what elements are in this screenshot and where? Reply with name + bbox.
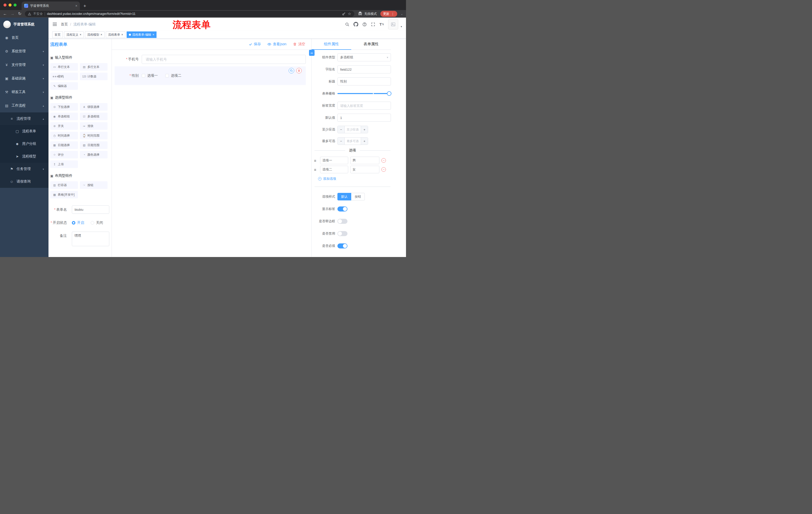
browser-menu-icon[interactable]: ⋮ (391, 12, 395, 16)
component-type-select[interactable]: 多选框组 ▾ (338, 53, 391, 61)
palette-item-counter[interactable]: 123 计数器 (80, 73, 108, 80)
sidebar-item-process-model[interactable]: ➤ 流程模型 (0, 150, 49, 163)
drag-handle-icon[interactable]: ≡ (314, 167, 318, 172)
tag-close-icon[interactable]: × (152, 33, 154, 36)
max-select-placeholder[interactable]: 最多可选 (345, 138, 361, 144)
drag-handle-icon[interactable]: ≡ (314, 158, 318, 163)
avatar[interactable] (388, 19, 398, 29)
sidebar-item-process-form[interactable]: ▢ 流程表单 (0, 125, 49, 138)
option-label-input[interactable] (320, 166, 348, 173)
window-minimize-button[interactable] (8, 3, 11, 6)
back-button[interactable]: ← (3, 12, 7, 16)
palette-item-upload[interactable]: ↥ 上传 (50, 160, 78, 168)
palette-item-select[interactable]: ⊙ 下拉选择 (50, 103, 78, 111)
palette-item-cascader[interactable]: ⋔ 级联选择 (80, 103, 108, 111)
border-switch[interactable] (338, 219, 347, 224)
tab-form-props[interactable]: 表单属性 (351, 39, 391, 50)
tag-close-icon[interactable]: × (100, 33, 102, 36)
sidebar-item-system-management[interactable]: ⚙ 系统管理 ▾ (0, 45, 49, 58)
sidebar-item-process-management[interactable]: ≡ 流程管理 ▴ (0, 112, 49, 125)
bookmark-star-icon[interactable]: ☆ (348, 11, 351, 16)
fullscreen-icon[interactable] (371, 22, 375, 27)
show-label-switch[interactable] (338, 207, 347, 212)
window-zoom-button[interactable] (13, 3, 17, 6)
toolbar-chevron-icon[interactable]: ⌄ (401, 12, 403, 16)
phone-field-widget[interactable]: *手机号 (115, 55, 306, 64)
field-name-input[interactable] (338, 65, 391, 74)
status-radio-on[interactable]: 开启 (72, 220, 84, 225)
palette-item-radio-group[interactable]: ◉ 单选框组 (50, 113, 78, 120)
sidebar-item-payment-management[interactable]: ¥ 支付管理 ▾ (0, 58, 49, 72)
form-name-input[interactable] (72, 206, 109, 214)
clear-button[interactable]: 清空 (293, 42, 305, 47)
address-bar[interactable]: 不安全 dashboard.yudao.iocoder.cn/bpm/manag… (25, 11, 354, 17)
palette-item-color-picker[interactable]: ◔ 颜色选择 (80, 151, 108, 158)
required-switch[interactable] (338, 243, 347, 248)
tag-home[interactable]: 首页 (52, 31, 63, 38)
default-value-input[interactable] (338, 114, 391, 122)
option-value-input[interactable] (350, 166, 379, 173)
search-icon[interactable] (345, 22, 349, 27)
browser-tab[interactable]: 芋道管理系统 × (22, 1, 80, 10)
breadcrumb-home[interactable]: 首页 (61, 22, 68, 27)
tag-close-icon[interactable]: × (80, 33, 81, 36)
palette-item-switch[interactable]: ⊚ 开关 (50, 122, 78, 130)
checkbox-icon[interactable] (142, 74, 145, 77)
delete-widget-button[interactable] (296, 68, 302, 74)
github-icon[interactable] (353, 22, 358, 27)
tag-process-form-edit[interactable]: 流程表单-编辑 × (127, 31, 156, 38)
phone-input[interactable] (142, 55, 306, 64)
gender-option-2[interactable]: 选项二 (165, 74, 181, 78)
status-radio-off[interactable]: 关闭 (91, 220, 103, 225)
label-width-input[interactable] (338, 102, 391, 110)
sidebar-item-workflow[interactable]: ▤ 工作流程 ▴ (0, 99, 49, 112)
font-size-icon[interactable]: T⇅ (379, 22, 384, 26)
tag-process-model[interactable]: 流程模型 × (85, 31, 105, 38)
palette-item-table-dev[interactable]: ▩ 表格[开发中] (50, 191, 78, 198)
option-label-input[interactable] (320, 157, 348, 164)
decrease-button[interactable]: − (338, 126, 345, 133)
title-input[interactable] (338, 77, 391, 85)
option-value-input[interactable] (350, 157, 379, 164)
palette-item-date-picker[interactable]: ▦ 日期选择 (50, 141, 78, 149)
window-close-button[interactable] (3, 3, 6, 6)
reload-button[interactable]: ↻ (18, 12, 21, 16)
palette-item-rich-editor[interactable]: ✎ 编辑器 (50, 82, 78, 90)
increase-button[interactable]: + (361, 138, 368, 144)
sidebar-item-user-group[interactable]: ☻ 用户分组 (0, 138, 49, 150)
palette-item-rate[interactable]: ☆ 评分 (50, 151, 78, 158)
browser-update-button[interactable]: 更新 ⋮ (380, 11, 397, 17)
selected-gender-widget[interactable]: *性别 选项一 选项二 (115, 66, 306, 85)
forward-button[interactable]: → (10, 12, 14, 16)
add-option-button[interactable]: + 添加选项 (318, 177, 391, 181)
palette-item-checkbox-group[interactable]: ☑ 多选框组 (80, 113, 108, 120)
form-grid-slider[interactable] (338, 89, 391, 98)
palette-item-time-range[interactable]: ⌚ 时间范围 (80, 132, 108, 139)
palette-item-multi-line-text[interactable]: ▤ 多行文本 (80, 63, 108, 71)
sidebar-item-dev-tools[interactable]: ⚒ 研发工具 ▾ (0, 85, 49, 99)
tab-component-props[interactable]: 组件属性 (312, 39, 351, 50)
sidebar-item-task-management[interactable]: ⚑ 任务管理 ▾ (0, 163, 49, 175)
save-button[interactable]: 保存 (249, 42, 261, 47)
tab-close-icon[interactable]: × (76, 4, 77, 8)
increase-button[interactable]: + (361, 126, 368, 133)
slider-handle[interactable] (387, 91, 392, 96)
palette-item-row-container[interactable]: ▥ 行容器 (50, 181, 78, 189)
palette-item-button[interactable]: ☞ 按钮 (80, 181, 108, 189)
copy-widget-button[interactable] (289, 68, 294, 74)
remove-option-button[interactable]: − (381, 158, 386, 163)
tag-close-icon[interactable]: × (121, 33, 123, 36)
sidebar-item-infrastructure[interactable]: ▣ 基础设施 ▾ (0, 72, 49, 85)
checkbox-icon[interactable] (165, 74, 169, 77)
min-select-placeholder[interactable]: 至少应选 (345, 126, 361, 133)
remove-option-button[interactable]: − (381, 167, 386, 172)
sidebar-collapse-icon[interactable] (53, 22, 57, 26)
new-tab-button[interactable]: + (83, 3, 86, 8)
panel-link-handle-icon[interactable]: ∞ (309, 50, 315, 56)
sidebar-item-leave-query[interactable]: ☺ 请假查询 (0, 175, 49, 188)
tag-process-definition[interactable]: 流程定义 × (64, 31, 84, 38)
style-default-button[interactable]: 默认 (338, 193, 351, 200)
palette-item-date-range[interactable]: ▧ 日期范围 (80, 141, 108, 149)
remark-textarea[interactable]: 嘿嘿 (72, 232, 109, 246)
view-json-button[interactable]: 查看json (267, 42, 286, 47)
